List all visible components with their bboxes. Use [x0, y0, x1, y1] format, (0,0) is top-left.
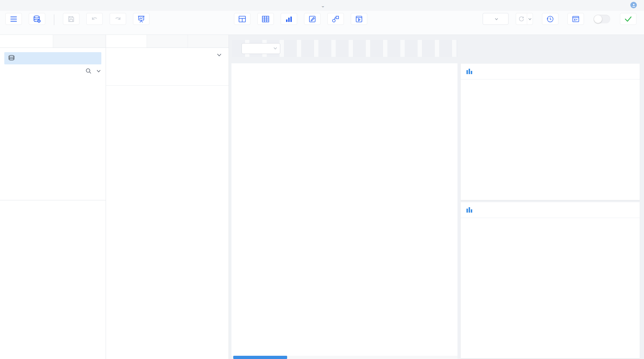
selector-dropzone[interactable]: [114, 91, 221, 118]
chevron-down-icon: ⌄: [321, 4, 325, 8]
sidebar-divider: [0, 200, 106, 200]
user-avatar-icon: [630, 2, 637, 8]
preview-data-toggle[interactable]: [594, 15, 610, 23]
shapes-icon: [327, 13, 344, 25]
bar-chart-title-row: [461, 64, 640, 79]
toolbar-center-group: [233, 13, 368, 27]
sales-trend-line-chart-card: [461, 202, 640, 358]
more-button[interactable]: [350, 13, 368, 27]
chevron-down-icon: [273, 47, 277, 50]
chevron-down-icon[interactable]: [217, 54, 221, 56]
bar-chart-body: [461, 79, 640, 85]
undo-icon: [86, 13, 103, 25]
redo-button[interactable]: [109, 13, 127, 27]
chevron-down-icon[interactable]: [97, 70, 101, 72]
database-icon: [8, 55, 15, 62]
toolbar-right-group: X=: [482, 13, 638, 27]
zoom-select[interactable]: [483, 13, 509, 25]
zoom-control: [482, 13, 509, 27]
layout-button[interactable]: [233, 13, 252, 27]
panel-tabs: [106, 35, 229, 48]
tab-layout[interactable]: [53, 35, 106, 47]
timed-refresh-icon: [542, 13, 558, 25]
file-button[interactable]: [4, 13, 23, 27]
chart-button[interactable]: [280, 13, 298, 27]
search-icon[interactable]: [86, 68, 92, 74]
filter-dropzone[interactable]: [114, 56, 221, 83]
line-chart-svg: [464, 221, 636, 340]
scrollbar-thumb[interactable]: [233, 356, 287, 359]
chevron-down-icon: [527, 13, 533, 24]
svg-text:X=: X=: [574, 18, 578, 22]
info-button[interactable]: [619, 13, 638, 27]
last-modified: [630, 2, 639, 8]
main-toolbar: X=: [0, 11, 644, 35]
edit-icon: [304, 13, 321, 25]
table-button[interactable]: [256, 13, 275, 27]
update-control: [515, 13, 534, 27]
chevron-down-icon: [495, 18, 498, 20]
dataset-item[interactable]: [4, 52, 101, 64]
sidebar-tabs: [0, 35, 106, 48]
save-icon: [63, 13, 79, 25]
selector-section: [106, 86, 229, 118]
bar-chart-icon: [281, 13, 297, 25]
data-button[interactable]: [28, 13, 46, 27]
dashboard-title[interactable]: ⌄: [0, 2, 644, 8]
more-play-icon: [351, 13, 367, 25]
dashboard-canvas: [229, 35, 644, 359]
scheduled-refresh-button[interactable]: [539, 13, 561, 27]
layout-icon: [234, 13, 250, 25]
tab-panel-style[interactable]: [147, 35, 188, 47]
product-sales-bar-chart-card: [461, 64, 640, 200]
left-sidebar: [0, 35, 106, 359]
preview-data-control: [590, 13, 613, 25]
refresh-icon: [516, 13, 527, 24]
database-add-icon: [29, 13, 45, 25]
filter-section: [106, 48, 229, 83]
tab-panel-interaction[interactable]: [188, 35, 229, 47]
toolbar-divider: [54, 14, 54, 25]
tab-panel-data[interactable]: [106, 35, 147, 47]
table-grid-icon: [257, 13, 274, 25]
year-filter-widget: [232, 40, 458, 57]
check-icon: [620, 13, 636, 25]
preview-board-icon: [133, 13, 150, 25]
horizontal-scrollbar[interactable]: [231, 356, 457, 359]
settings-panel: [106, 35, 229, 359]
update-split-button[interactable]: [516, 13, 533, 25]
save-button[interactable]: [62, 13, 80, 27]
shape-button[interactable]: [326, 13, 345, 27]
line-chart-title-row: [461, 202, 640, 218]
menu-icon: [5, 13, 22, 25]
bar-chart-icon: [466, 69, 473, 74]
undo-button[interactable]: [85, 13, 104, 27]
input-button[interactable]: [303, 13, 322, 27]
bar-chart-icon: [466, 207, 473, 213]
province-sales-table[interactable]: [231, 63, 457, 359]
params-button[interactable]: X=: [566, 13, 585, 27]
tab-data[interactable]: [0, 35, 53, 47]
redo-icon: [110, 13, 126, 25]
parameters-icon: X=: [567, 13, 584, 25]
top-bar: ⌄: [0, 0, 644, 11]
preview-button[interactable]: [132, 13, 151, 27]
dimensions-list: [0, 76, 106, 199]
toolbar-left-group: [4, 13, 151, 27]
year-filter-select[interactable]: [242, 43, 280, 54]
dimensions-header: [5, 68, 101, 74]
